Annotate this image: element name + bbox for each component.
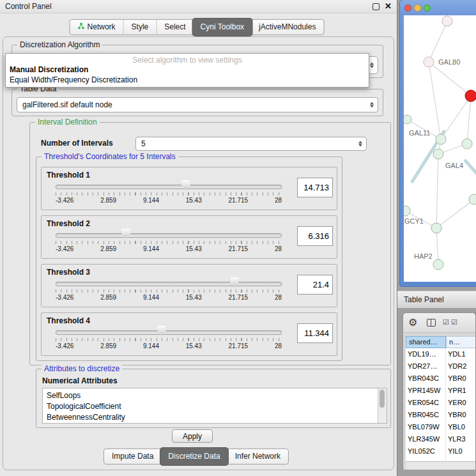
tab-cyni-toolbox[interactable]: Cyni Toolbox — [193, 19, 252, 36]
slider-track — [56, 282, 282, 286]
scrollbar-thumb[interactable] — [380, 390, 385, 408]
threshold-label: Threshold 4 — [47, 316, 90, 325]
window-title: Control Panel — [5, 2, 52, 11]
node-label-hap2: HAP2 — [414, 252, 433, 260]
network-edge[interactable] — [436, 228, 438, 265]
bottom-tab-bar: Impute DataDiscretize DataInfer Network — [104, 449, 289, 464]
network-edge[interactable] — [436, 154, 438, 228]
table-panel-title: Table Panel — [404, 295, 444, 304]
cell-name: YBR0 — [448, 374, 466, 382]
attribute-item[interactable]: BetweennessCentrality — [43, 412, 387, 423]
network-node-gal4[interactable] — [433, 149, 443, 159]
attribute-item[interactable]: TopologicalCoefficient — [43, 401, 387, 412]
network-tab-icon — [78, 20, 85, 35]
tab-network[interactable]: Network — [70, 20, 123, 35]
threshold-slider[interactable]: -3.4262.8599.14415.4321.71528 — [56, 277, 282, 305]
tick-label: 15.43 — [186, 342, 202, 349]
tab-label: jActiveMNodules — [259, 20, 316, 35]
tab-style[interactable]: Style — [123, 20, 157, 35]
tick-label: 21.715 — [229, 245, 249, 252]
column-header-shared-name[interactable]: shared… — [406, 336, 446, 348]
network-node-gal80[interactable] — [424, 57, 434, 67]
table-row[interactable]: YBR045CYBR0 — [406, 409, 476, 421]
gear-icon[interactable]: ⚙ — [408, 316, 417, 330]
threshold-label: Threshold 1 — [47, 171, 90, 180]
dropdown-option-equal-width-frequency[interactable]: Equal Width/Frequency Discretization — [6, 75, 369, 85]
cell-name: YBR0 — [448, 411, 466, 418]
network-edge[interactable] — [429, 62, 441, 139]
node-label-gcy1: GCY1 — [404, 217, 424, 225]
combo-stepper-icon — [358, 141, 362, 147]
tab-jactivemnodules[interactable]: jActiveMNodules — [251, 20, 323, 35]
close-icon[interactable]: ✕ — [385, 1, 392, 11]
columns-icon[interactable] — [427, 319, 436, 326]
table-row[interactable]: YBL079WYBL0 — [406, 421, 476, 433]
number-of-intervals-label: Number of Intervals — [41, 139, 113, 148]
table-row[interactable]: YER054CYER0 — [406, 397, 476, 409]
table-panel-window: ⚙ ☑ ☑ shared… n… YDL19…YDL1YDR27…YDR2YBR… — [403, 312, 476, 470]
threshold-value-input[interactable] — [297, 178, 333, 197]
slider-tick-labels: -3.4262.8599.14415.4321.71528 — [56, 197, 282, 204]
table-data-select[interactable]: galFiltered.sif default node — [17, 97, 378, 112]
attribute-item[interactable]: SelfLoops — [43, 390, 387, 401]
table-row[interactable]: YLR345WYLR3 — [406, 433, 476, 445]
apply-button[interactable]: Apply — [172, 429, 213, 443]
tick-label: 2.859 — [100, 342, 116, 349]
bottom-tab-impute-data[interactable]: Impute Data — [104, 449, 161, 464]
zoom-traffic-light[interactable] — [424, 4, 431, 12]
close-traffic-light[interactable] — [404, 4, 411, 12]
threshold-panel-4: Threshold 4-3.4262.8599.14415.4321.71528 — [41, 312, 337, 356]
threshold-value-input[interactable] — [297, 226, 333, 246]
network-thick-edge[interactable] — [464, 160, 476, 176]
cell-name: YDR2 — [448, 362, 466, 370]
network-edge[interactable] — [429, 62, 471, 96]
cell-shared-name: YBR045C — [408, 411, 439, 418]
network-edge[interactable] — [436, 199, 474, 228]
table-row[interactable]: YDR27…YDR2 — [406, 360, 476, 372]
network-edge[interactable] — [429, 21, 447, 62]
network-node[interactable] — [431, 223, 441, 233]
cell-shared-name: YLR345W — [408, 435, 440, 443]
attributes-scrollbar[interactable] — [378, 388, 387, 423]
network-canvas[interactable]: GAL80GAL11GAL4GCY1HAP2 — [404, 15, 476, 282]
network-node[interactable] — [465, 90, 476, 102]
network-edge[interactable] — [441, 96, 471, 139]
network-edge[interactable] — [467, 96, 471, 144]
threshold-slider[interactable]: -3.4262.8599.14415.4321.71528 — [56, 229, 282, 257]
combo-stepper-icon — [370, 102, 374, 108]
tab-select[interactable]: Select — [156, 20, 193, 35]
bottom-tab-discretize-data[interactable]: Discretize Data — [160, 448, 227, 465]
table-panel-toolbar: ⚙ ☑ ☑ — [403, 313, 475, 333]
threshold-value-input[interactable] — [297, 275, 333, 295]
network-node-hap2[interactable] — [433, 259, 443, 270]
threshold-slider[interactable]: -3.4262.8599.14415.4321.71528 — [56, 326, 282, 354]
network-node[interactable] — [442, 16, 452, 26]
bottom-tab-infer-network[interactable]: Infer Network — [227, 449, 288, 464]
dropdown-option-manual-discretization[interactable]: Manual Discretization — [6, 65, 369, 75]
network-node-gal11[interactable] — [436, 134, 446, 144]
threshold-value-input[interactable] — [297, 323, 333, 343]
minimize-traffic-light[interactable] — [414, 4, 421, 12]
slider-ticks — [56, 338, 282, 341]
checkbox-icon[interactable]: ☑ — [443, 318, 449, 326]
network-node[interactable] — [462, 139, 472, 149]
numerical-attributes-list[interactable]: SelfLoopsTopologicalCoefficientBetweenne… — [42, 388, 387, 424]
checkbox-icon[interactable]: ☑ — [451, 318, 457, 326]
network-node[interactable] — [404, 115, 411, 124]
threshold-slider[interactable]: -3.4262.8599.14415.4321.71528 — [56, 180, 282, 208]
table-row[interactable]: YDL19…YDL1 — [406, 348, 476, 360]
threshold-panel-2: Threshold 2-3.4262.8599.14415.4321.71528 — [41, 215, 337, 259]
horizontal-scrollbar[interactable] — [406, 461, 475, 470]
cell-shared-name: YDL19… — [408, 350, 436, 358]
table-row[interactable]: YIL052CYIL0 — [406, 445, 476, 457]
table-row[interactable]: YPR145WYPR1 — [406, 385, 476, 397]
column-header-name[interactable]: n… — [446, 336, 476, 348]
float-window-icon[interactable] — [372, 3, 380, 10]
number-of-intervals-select[interactable]: 5 — [135, 137, 367, 151]
table-panel-titlebar: Table Panel — [397, 291, 476, 309]
table-row[interactable]: YBR043CYBR0 — [406, 372, 476, 385]
slider-tick-labels: -3.4262.8599.14415.4321.71528 — [56, 245, 282, 252]
network-node[interactable] — [469, 194, 476, 204]
network-node-gcy1[interactable] — [404, 206, 410, 216]
group-title-attributes: Attributes to discretize — [42, 364, 122, 373]
